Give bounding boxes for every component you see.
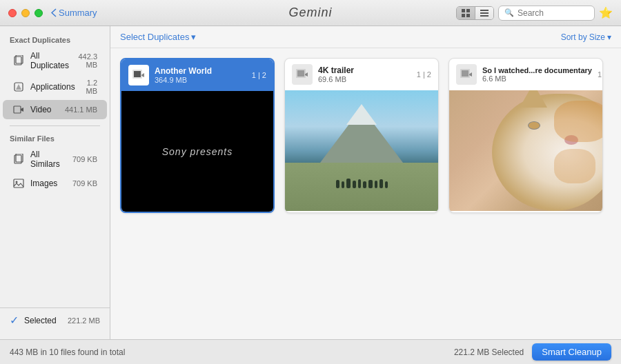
card-badge-another-world: 1 | 2 — [252, 71, 266, 79]
sidebar-item-video[interactable]: Video 441.1 MB — [3, 100, 107, 119]
card-badge-doc: 1 | 2 — [598, 70, 603, 79]
status-selected-size: 221.2 MB Selected — [454, 347, 524, 357]
animals-silhouette — [336, 179, 388, 188]
video-icon — [12, 103, 25, 116]
applications-size: 1.2 MB — [81, 79, 97, 95]
sort-dropdown-icon: ▾ — [607, 32, 611, 42]
images-label: Images — [30, 179, 67, 188]
svg-rect-3 — [466, 14, 470, 17]
card-info-another-world: Another World 364.9 MB — [155, 66, 246, 84]
animal-6 — [363, 181, 366, 188]
video-thumb-icon-doc — [456, 64, 477, 85]
cat-illustration — [464, 90, 602, 211]
sidebar-item-applications[interactable]: Applications 1.2 MB — [3, 75, 107, 99]
video-preview-4k — [285, 90, 438, 211]
sidebar-item-images[interactable]: Images 709 KB — [3, 174, 107, 193]
svg-rect-22 — [297, 70, 304, 77]
status-bar: 443 MB in 10 files found in total 221.2 … — [0, 339, 621, 364]
sidebar-item-all-duplicates[interactable]: All Duplicates 442.3 MB — [3, 48, 107, 74]
animal-1 — [336, 180, 339, 188]
animal-2 — [342, 181, 344, 188]
animal-4 — [353, 181, 356, 188]
svg-rect-2 — [462, 14, 465, 17]
card-title-doc: So I watched...re documentary — [482, 66, 592, 74]
video-label: Video — [30, 105, 59, 114]
selected-checkmark-icon: ✓ — [10, 314, 19, 327]
content-area: Select Duplicates ▾ Sort by Size ▾ — [110, 26, 621, 339]
all-duplicates-size: 442.3 MB — [75, 52, 97, 69]
card-info-4k: 4K trailer 69.6 MB — [318, 65, 411, 83]
animal-7 — [368, 180, 373, 188]
grid-view-button[interactable] — [457, 7, 475, 19]
mountain-snow — [346, 104, 377, 125]
svg-rect-5 — [480, 12, 489, 14]
selected-size-sidebar: 221.2 MB — [68, 316, 100, 325]
select-duplicates-label: Select Duplicates — [120, 32, 189, 42]
status-right: 221.2 MB Selected Smart Cleanup — [454, 343, 611, 361]
files-icon — [12, 54, 25, 67]
all-similars-size: 709 KB — [72, 155, 97, 163]
all-similars-label: All Similars — [30, 150, 67, 169]
card-size-4k: 69.6 MB — [318, 75, 411, 83]
card-size-doc: 6.6 MB — [482, 74, 592, 83]
search-box: 🔍 — [498, 6, 595, 21]
svg-rect-19 — [134, 71, 141, 77]
svg-rect-6 — [480, 15, 489, 17]
video-grid: Another World 364.9 MB 1 | 2 Sony presen… — [110, 48, 621, 339]
main-content: Exact Duplicates All Duplicates 442.3 MB… — [0, 26, 621, 339]
sidebar-divider-1 — [10, 125, 100, 126]
titlebar-center: Gemini — [288, 6, 332, 20]
animal-8 — [375, 181, 377, 188]
app-icon — [12, 81, 25, 93]
video-thumb-icon-4k — [292, 64, 313, 85]
svg-rect-11 — [14, 106, 21, 113]
video-card-4k-trailer[interactable]: 4K trailer 69.6 MB 1 | 2 — [284, 58, 439, 213]
svg-marker-12 — [21, 108, 23, 112]
video-card-another-world[interactable]: Another World 364.9 MB 1 | 2 Sony presen… — [120, 58, 275, 213]
video-card-documentary[interactable]: So I watched...re documentary 6.6 MB 1 |… — [448, 58, 603, 213]
animal-9 — [379, 179, 383, 188]
card-title-4k: 4K trailer — [318, 65, 411, 75]
minimize-button[interactable] — [21, 9, 30, 17]
back-button[interactable]: Summary — [51, 8, 97, 18]
sort-by-button[interactable]: Sort by Size ▾ — [561, 32, 611, 42]
traffic-lights — [8, 9, 43, 17]
titlebar-right: 🔍 ⭐ — [456, 6, 613, 21]
video-size: 441.1 MB — [65, 105, 97, 114]
images-size: 709 KB — [72, 179, 97, 188]
sort-label: Sort by — [561, 32, 587, 42]
sidebar-item-all-similars[interactable]: All Similars 709 KB — [3, 146, 107, 172]
select-dropdown-icon: ▾ — [191, 32, 196, 42]
close-button[interactable] — [8, 9, 17, 17]
sidebar: Exact Duplicates All Duplicates 442.3 MB… — [0, 26, 110, 339]
savanna-area — [285, 163, 438, 211]
animal-5 — [358, 179, 361, 188]
similars-icon — [12, 153, 25, 165]
video-overlay-text: Sony presents — [162, 146, 233, 157]
card-info-doc: So I watched...re documentary 6.6 MB — [482, 66, 592, 83]
card-title-another-world: Another World — [155, 66, 246, 76]
maximize-button[interactable] — [34, 9, 43, 17]
video-preview-cat — [449, 90, 602, 211]
app-name: Gemini — [288, 6, 332, 20]
all-duplicates-label: All Duplicates — [30, 51, 69, 70]
select-duplicates-button[interactable]: Select Duplicates ▾ — [120, 32, 196, 42]
animal-3 — [346, 179, 351, 188]
card-header-another-world: Another World 364.9 MB 1 | 2 — [121, 59, 273, 91]
svg-point-16 — [16, 181, 18, 183]
list-view-button[interactable] — [475, 7, 493, 19]
grid-icon — [462, 9, 470, 17]
smart-cleanup-button[interactable]: Smart Cleanup — [532, 343, 611, 361]
back-label: Summary — [59, 8, 97, 18]
animal-10 — [385, 181, 388, 188]
svg-rect-1 — [466, 9, 470, 12]
sort-value: Size — [589, 32, 605, 42]
list-icon — [480, 9, 489, 17]
search-input[interactable] — [518, 8, 589, 18]
selected-label: Selected — [24, 316, 62, 325]
star-button[interactable]: ⭐ — [599, 6, 613, 19]
svg-rect-15 — [14, 179, 23, 188]
card-badge-4k: 1 | 2 — [417, 70, 431, 79]
content-toolbar: Select Duplicates ▾ Sort by Size ▾ — [110, 26, 621, 48]
image-icon — [12, 177, 25, 190]
